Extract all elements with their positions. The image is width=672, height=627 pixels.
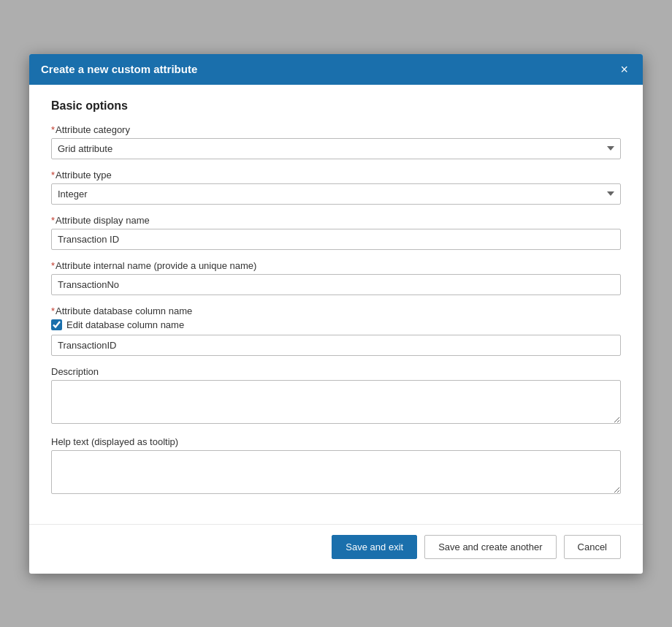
attribute-display-name-group: *Attribute display name xyxy=(51,215,621,250)
required-marker: * xyxy=(51,305,55,316)
edit-db-column-checkbox-label[interactable]: Edit database column name xyxy=(66,319,184,330)
description-group: Description xyxy=(51,366,621,426)
modal-footer: Save and exit Save and create another Ca… xyxy=(29,524,643,574)
attribute-category-group: *Attribute category Grid attribute Row a… xyxy=(51,124,621,159)
required-marker: * xyxy=(51,215,55,226)
modal-header: Create a new custom attribute × xyxy=(29,54,643,85)
required-marker: * xyxy=(51,170,55,180)
modal-dialog: Create a new custom attribute × Basic op… xyxy=(29,54,643,574)
attribute-type-group: *Attribute type Integer String Boolean F… xyxy=(51,170,621,205)
required-marker: * xyxy=(51,124,55,135)
required-marker: * xyxy=(51,260,55,271)
save-exit-button[interactable]: Save and exit xyxy=(332,535,417,559)
attribute-db-column-label: *Attribute database column name xyxy=(51,305,621,316)
modal-title: Create a new custom attribute xyxy=(41,63,197,75)
attribute-type-label: *Attribute type xyxy=(51,170,621,180)
attribute-display-name-label: *Attribute display name xyxy=(51,215,621,226)
attribute-display-name-input[interactable] xyxy=(51,229,621,250)
close-button[interactable]: × xyxy=(617,63,631,76)
help-text-group: Help text (displayed as tooltip) xyxy=(51,436,621,496)
modal-overlay: Create a new custom attribute × Basic op… xyxy=(0,0,672,627)
help-text-textarea[interactable] xyxy=(51,450,621,494)
edit-db-column-checkbox[interactable] xyxy=(51,319,62,330)
attribute-db-column-input[interactable] xyxy=(51,335,621,356)
attribute-internal-name-input[interactable] xyxy=(51,274,621,295)
save-another-button[interactable]: Save and create another xyxy=(424,535,556,559)
modal-body: Basic options *Attribute category Grid a… xyxy=(29,85,643,524)
attribute-db-column-group: *Attribute database column name Edit dat… xyxy=(51,305,621,356)
description-label: Description xyxy=(51,366,621,377)
attribute-category-label: *Attribute category xyxy=(51,124,621,135)
attribute-type-select[interactable]: Integer String Boolean Float Date xyxy=(51,183,621,205)
attribute-internal-name-label: *Attribute internal name (provide a uniq… xyxy=(51,260,621,271)
attribute-category-select[interactable]: Grid attribute Row attribute Cell attrib… xyxy=(51,138,621,159)
help-text-label: Help text (displayed as tooltip) xyxy=(51,436,621,447)
description-textarea[interactable] xyxy=(51,380,621,424)
section-title: Basic options xyxy=(51,99,621,113)
attribute-internal-name-group: *Attribute internal name (provide a uniq… xyxy=(51,260,621,295)
edit-db-column-row: Edit database column name xyxy=(51,319,621,330)
cancel-button[interactable]: Cancel xyxy=(564,535,621,559)
